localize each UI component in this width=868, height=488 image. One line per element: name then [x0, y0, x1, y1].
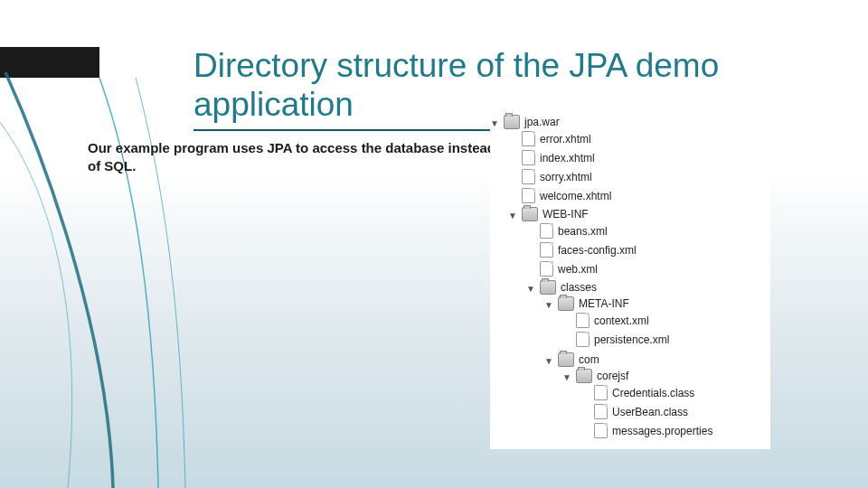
tree-file: ▼beans.xml	[526, 221, 770, 240]
disclosure-triangle-icon[interactable]: ▼	[544, 355, 553, 365]
tree-file: ▼persistence.xml	[562, 330, 770, 349]
tree-row[interactable]: ▼Credentials.class	[580, 385, 770, 400]
folder-icon	[540, 280, 556, 295]
tree-folder: ▼jpa.war▼error.xhtml▼index.xhtml▼sorry.x…	[490, 113, 770, 449]
tree-row[interactable]: ▼context.xml	[562, 313, 770, 328]
tree-item-label: index.xhtml	[540, 152, 595, 164]
tree-folder: ▼WEB-INF▼beans.xml▼faces-config.xml▼web.…	[508, 205, 770, 447]
file-icon	[522, 150, 535, 165]
tree-file: ▼sorry.xhtml	[508, 167, 770, 186]
tree-folder: ▼classes▼META-INF▼context.xml▼persistenc…	[526, 278, 770, 446]
slide: Directory structure of the JPA demo appl…	[0, 0, 868, 488]
tree-row[interactable]: ▼jpa.war	[490, 115, 770, 129]
tree-row[interactable]: ▼WEB-INF	[508, 207, 770, 221]
tree-item-label: faces-config.xml	[558, 244, 637, 257]
tree-item-label: jpa.war	[524, 116, 560, 128]
file-icon	[594, 404, 608, 419]
file-icon	[522, 169, 535, 184]
tree-file: ▼web.xml	[526, 259, 770, 278]
tree-item-label: beans.xml	[558, 225, 608, 238]
tree-file: ▼messages.properties	[580, 421, 770, 440]
tree-row[interactable]: ▼error.xhtml	[508, 131, 770, 146]
disclosure-triangle-icon[interactable]: ▼	[562, 371, 571, 381]
tree-item-label: corejsf	[597, 370, 628, 382]
file-icon	[522, 131, 535, 146]
tree-row[interactable]: ▼sorry.xhtml	[508, 169, 770, 184]
tree-row[interactable]: ▼persistence.xml	[562, 332, 770, 347]
tree-item-label: persistence.xml	[594, 333, 669, 346]
tree-item-label: com	[579, 353, 599, 366]
disclosure-triangle-icon[interactable]: ▼	[526, 283, 535, 293]
folder-icon	[558, 296, 574, 311]
tree-row[interactable]: ▼corejsf	[562, 369, 770, 383]
tree-folder: ▼corejsf▼Credentials.class▼UserBean.clas…	[562, 367, 770, 442]
tree-item-label: context.xml	[594, 314, 649, 327]
tree-item-label: Credentials.class	[612, 387, 694, 399]
tree-row[interactable]: ▼index.xhtml	[508, 150, 770, 165]
tree-row[interactable]: ▼welcome.xhtml	[508, 188, 770, 203]
folder-icon	[558, 352, 574, 367]
tree-file: ▼welcome.xhtml	[508, 186, 770, 205]
tree-item-label: error.xhtml	[540, 133, 591, 145]
tree-row[interactable]: ▼com	[544, 352, 770, 367]
file-icon	[576, 313, 590, 328]
file-icon	[540, 242, 553, 258]
tree-file: ▼context.xml	[562, 311, 770, 330]
tree-file: ▼index.xhtml	[508, 148, 770, 167]
tree-row[interactable]: ▼classes	[526, 280, 770, 295]
folder-icon	[522, 207, 538, 221]
tree-folder: ▼META-INF▼context.xml▼persistence.xml	[544, 295, 770, 351]
tree-file: ▼error.xhtml	[508, 129, 770, 148]
file-icon	[540, 223, 553, 239]
tree-file: ▼faces-config.xml	[526, 240, 770, 259]
file-icon	[540, 261, 553, 277]
tree-item-label: classes	[561, 281, 597, 294]
tree-row[interactable]: ▼beans.xml	[526, 223, 770, 239]
disclosure-triangle-icon[interactable]: ▼	[544, 299, 553, 309]
tree-file: ▼UserBean.class	[580, 402, 770, 421]
file-icon	[522, 188, 535, 203]
directory-tree: ▼jpa.war▼error.xhtml▼index.xhtml▼sorry.x…	[490, 113, 770, 449]
tree-folder: ▼com▼corejsf▼Credentials.class▼UserBean.…	[544, 351, 770, 444]
tree-item-label: messages.properties	[612, 425, 712, 437]
tree-file: ▼Credentials.class	[580, 383, 770, 402]
folder-icon	[576, 369, 592, 383]
tree-item-label: META-INF	[579, 297, 629, 310]
tree-item-label: web.xml	[558, 263, 598, 276]
tree-item-label: WEB-INF	[542, 208, 589, 221]
tree-row[interactable]: ▼web.xml	[526, 261, 770, 277]
tree-item-label: welcome.xhtml	[540, 190, 611, 202]
folder-icon	[504, 115, 520, 129]
tree-row[interactable]: ▼faces-config.xml	[526, 242, 770, 258]
file-icon	[594, 423, 608, 438]
tree-row[interactable]: ▼META-INF	[544, 296, 770, 311]
file-icon	[576, 332, 590, 347]
tree-item-label: sorry.xhtml	[540, 171, 592, 183]
disclosure-triangle-icon[interactable]: ▼	[508, 210, 517, 220]
accent-bar	[0, 47, 99, 78]
file-icon	[594, 385, 608, 400]
disclosure-triangle-icon[interactable]: ▼	[490, 117, 499, 127]
tree-row[interactable]: ▼UserBean.class	[580, 404, 770, 419]
slide-body-text: Our example program uses JPA to access t…	[88, 139, 504, 176]
tree-row[interactable]: ▼messages.properties	[580, 423, 770, 438]
tree-item-label: UserBean.class	[612, 406, 688, 418]
